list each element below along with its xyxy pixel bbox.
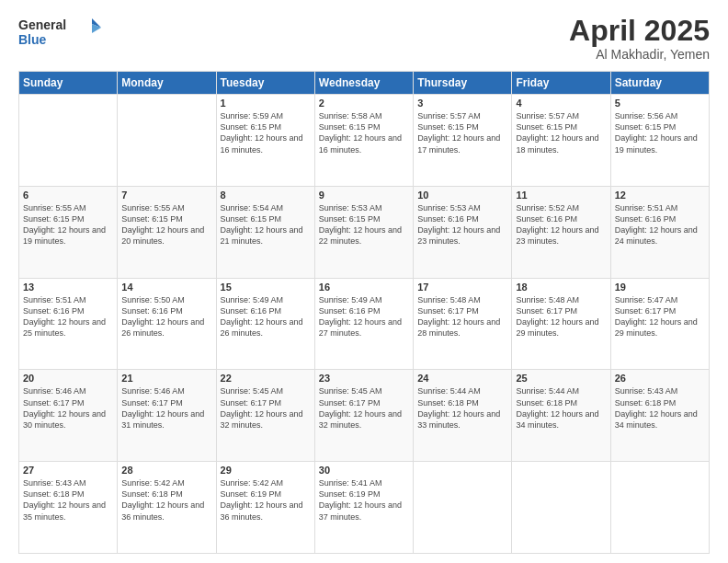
table-row: 30Sunrise: 5:41 AM Sunset: 6:19 PM Dayli… (314, 462, 413, 554)
day-info: Sunrise: 5:54 AM Sunset: 6:15 PM Dayligh… (221, 202, 311, 247)
header-saturday: Saturday (610, 72, 709, 95)
day-info: Sunrise: 5:44 AM Sunset: 6:18 PM Dayligh… (516, 385, 606, 431)
table-row: 24Sunrise: 5:44 AM Sunset: 6:18 PM Dayli… (414, 370, 512, 462)
table-row: 23Sunrise: 5:45 AM Sunset: 6:17 PM Dayli… (314, 370, 413, 462)
day-number: 12 (615, 190, 705, 201)
day-info: Sunrise: 5:46 AM Sunset: 6:17 PM Dayligh… (23, 385, 113, 431)
table-row: 11Sunrise: 5:52 AM Sunset: 6:16 PM Dayli… (512, 186, 610, 278)
logo-svg: General Blue (18, 15, 101, 50)
day-info: Sunrise: 5:59 AM Sunset: 6:15 PM Dayligh… (221, 110, 311, 155)
svg-text:General: General (18, 17, 66, 32)
day-number: 2 (319, 98, 409, 109)
day-info: Sunrise: 5:57 AM Sunset: 6:15 PM Dayligh… (417, 110, 507, 155)
day-info: Sunrise: 5:52 AM Sunset: 6:16 PM Dayligh… (516, 202, 606, 247)
day-number: 6 (23, 190, 113, 201)
day-number: 22 (221, 373, 311, 384)
day-info: Sunrise: 5:58 AM Sunset: 6:15 PM Dayligh… (319, 110, 409, 155)
calendar-week-row: 27Sunrise: 5:43 AM Sunset: 6:18 PM Dayli… (19, 462, 710, 554)
calendar-week-row: 1Sunrise: 5:59 AM Sunset: 6:15 PM Daylig… (19, 95, 710, 187)
header-tuesday: Tuesday (216, 72, 314, 95)
header: General Blue April 2025 Al Makhadir, Yem… (18, 15, 710, 62)
calendar-week-row: 20Sunrise: 5:46 AM Sunset: 6:17 PM Dayli… (19, 370, 710, 462)
day-info: Sunrise: 5:46 AM Sunset: 6:17 PM Dayligh… (121, 385, 211, 431)
day-info: Sunrise: 5:56 AM Sunset: 6:15 PM Dayligh… (615, 110, 705, 155)
day-number: 3 (417, 98, 507, 109)
table-row (610, 462, 709, 554)
table-row: 20Sunrise: 5:46 AM Sunset: 6:17 PM Dayli… (19, 370, 118, 462)
header-friday: Friday (512, 72, 610, 95)
table-row: 16Sunrise: 5:49 AM Sunset: 6:16 PM Dayli… (314, 278, 413, 370)
table-row: 1Sunrise: 5:59 AM Sunset: 6:15 PM Daylig… (216, 95, 314, 187)
day-info: Sunrise: 5:50 AM Sunset: 6:16 PM Dayligh… (121, 294, 211, 339)
day-number: 15 (221, 282, 311, 293)
day-info: Sunrise: 5:53 AM Sunset: 6:16 PM Dayligh… (417, 202, 507, 247)
day-info: Sunrise: 5:51 AM Sunset: 6:16 PM Dayligh… (615, 202, 705, 247)
day-info: Sunrise: 5:57 AM Sunset: 6:15 PM Dayligh… (516, 110, 606, 155)
day-number: 28 (121, 465, 211, 476)
day-number: 17 (417, 282, 507, 293)
day-number: 21 (121, 373, 211, 384)
day-number: 19 (615, 282, 705, 293)
table-row: 18Sunrise: 5:48 AM Sunset: 6:17 PM Dayli… (512, 278, 610, 370)
day-info: Sunrise: 5:43 AM Sunset: 6:18 PM Dayligh… (615, 385, 705, 431)
day-info: Sunrise: 5:45 AM Sunset: 6:17 PM Dayligh… (319, 385, 409, 431)
day-number: 26 (615, 373, 705, 384)
table-row: 7Sunrise: 5:55 AM Sunset: 6:15 PM Daylig… (118, 186, 216, 278)
table-row: 26Sunrise: 5:43 AM Sunset: 6:18 PM Dayli… (610, 370, 709, 462)
table-row (19, 95, 118, 187)
header-wednesday: Wednesday (314, 72, 413, 95)
svg-text:Blue: Blue (18, 32, 47, 47)
table-row (118, 95, 216, 187)
table-row: 3Sunrise: 5:57 AM Sunset: 6:15 PM Daylig… (414, 95, 512, 187)
weekday-header-row: Sunday Monday Tuesday Wednesday Thursday… (19, 72, 710, 95)
day-number: 25 (516, 373, 606, 384)
day-number: 1 (221, 98, 311, 109)
day-number: 13 (23, 282, 113, 293)
header-sunday: Sunday (19, 72, 118, 95)
header-thursday: Thursday (414, 72, 512, 95)
day-info: Sunrise: 5:49 AM Sunset: 6:16 PM Dayligh… (319, 294, 409, 339)
logo: General Blue (18, 15, 101, 50)
day-number: 16 (319, 282, 409, 293)
day-info: Sunrise: 5:47 AM Sunset: 6:17 PM Dayligh… (615, 294, 705, 339)
day-number: 30 (319, 465, 409, 476)
day-number: 18 (516, 282, 606, 293)
table-row: 14Sunrise: 5:50 AM Sunset: 6:16 PM Dayli… (118, 278, 216, 370)
day-number: 7 (121, 190, 211, 201)
table-row: 28Sunrise: 5:42 AM Sunset: 6:18 PM Dayli… (118, 462, 216, 554)
table-row: 22Sunrise: 5:45 AM Sunset: 6:17 PM Dayli… (216, 370, 314, 462)
day-number: 9 (319, 190, 409, 201)
day-number: 10 (417, 190, 507, 201)
title-block: April 2025 Al Makhadir, Yemen (569, 15, 710, 62)
day-info: Sunrise: 5:51 AM Sunset: 6:16 PM Dayligh… (23, 294, 113, 339)
day-info: Sunrise: 5:45 AM Sunset: 6:17 PM Dayligh… (221, 385, 311, 431)
title-month: April 2025 (569, 15, 710, 47)
day-info: Sunrise: 5:42 AM Sunset: 6:18 PM Dayligh… (121, 477, 211, 523)
table-row: 12Sunrise: 5:51 AM Sunset: 6:16 PM Dayli… (610, 186, 709, 278)
calendar-week-row: 13Sunrise: 5:51 AM Sunset: 6:16 PM Dayli… (19, 278, 710, 370)
table-row: 10Sunrise: 5:53 AM Sunset: 6:16 PM Dayli… (414, 186, 512, 278)
day-number: 23 (319, 373, 409, 384)
table-row: 5Sunrise: 5:56 AM Sunset: 6:15 PM Daylig… (610, 95, 709, 187)
day-number: 5 (615, 98, 705, 109)
day-number: 20 (23, 373, 113, 384)
table-row (414, 462, 512, 554)
day-info: Sunrise: 5:49 AM Sunset: 6:16 PM Dayligh… (221, 294, 311, 339)
table-row: 8Sunrise: 5:54 AM Sunset: 6:15 PM Daylig… (216, 186, 314, 278)
table-row: 4Sunrise: 5:57 AM Sunset: 6:15 PM Daylig… (512, 95, 610, 187)
day-number: 27 (23, 465, 113, 476)
day-info: Sunrise: 5:48 AM Sunset: 6:17 PM Dayligh… (417, 294, 507, 339)
day-number: 14 (121, 282, 211, 293)
title-location: Al Makhadir, Yemen (569, 47, 710, 62)
day-info: Sunrise: 5:41 AM Sunset: 6:19 PM Dayligh… (319, 477, 409, 523)
table-row: 27Sunrise: 5:43 AM Sunset: 6:18 PM Dayli… (19, 462, 118, 554)
table-row: 2Sunrise: 5:58 AM Sunset: 6:15 PM Daylig… (314, 95, 413, 187)
day-info: Sunrise: 5:55 AM Sunset: 6:15 PM Dayligh… (23, 202, 113, 247)
day-info: Sunrise: 5:53 AM Sunset: 6:15 PM Dayligh… (319, 202, 409, 247)
day-info: Sunrise: 5:42 AM Sunset: 6:19 PM Dayligh… (221, 477, 311, 523)
table-row: 21Sunrise: 5:46 AM Sunset: 6:17 PM Dayli… (118, 370, 216, 462)
day-info: Sunrise: 5:44 AM Sunset: 6:18 PM Dayligh… (417, 385, 507, 431)
day-info: Sunrise: 5:55 AM Sunset: 6:15 PM Dayligh… (121, 202, 211, 247)
table-row: 13Sunrise: 5:51 AM Sunset: 6:16 PM Dayli… (19, 278, 118, 370)
day-number: 29 (221, 465, 311, 476)
